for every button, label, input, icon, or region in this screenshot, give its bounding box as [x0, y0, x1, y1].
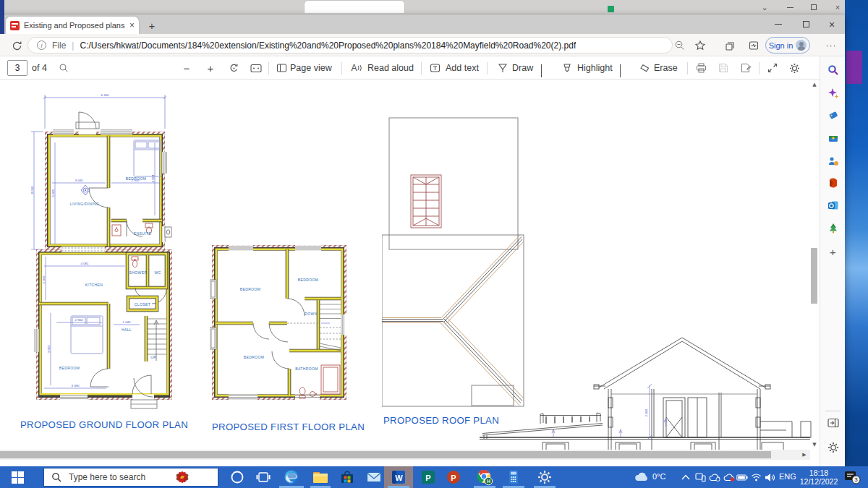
scroll-right-icon[interactable]: ▶	[799, 450, 810, 460]
sidebar-add-icon[interactable]: +	[827, 246, 839, 258]
horizontal-scrollbar-thumb[interactable]	[0, 451, 771, 458]
favorites-icon[interactable]	[692, 38, 709, 53]
taskbar-edge-icon[interactable]	[277, 466, 306, 488]
cortana-icon[interactable]	[223, 466, 252, 488]
pdf-settings-gear-icon[interactable]	[787, 61, 801, 74]
page-view-label[interactable]: Page view	[290, 63, 332, 73]
highlight-label[interactable]: Highlight	[577, 63, 613, 73]
taskbar-search-input[interactable]	[67, 471, 169, 483]
taskbar-explorer-icon[interactable]	[306, 466, 335, 488]
svg-text:2 944: 2 944	[75, 318, 84, 322]
read-aloud-label[interactable]: Read aloud	[367, 63, 414, 73]
scroll-up-icon[interactable]: ▲	[809, 80, 820, 90]
sign-in-button[interactable]: Sign in	[765, 37, 810, 53]
highlight-chevron-icon[interactable]	[620, 64, 621, 77]
refresh-icon[interactable]	[9, 38, 25, 53]
window-maximize-button[interactable]	[794, 16, 817, 33]
page-view-icon[interactable]	[274, 61, 289, 74]
sidebar-divider	[825, 411, 841, 411]
settings-more-icon[interactable]: ···	[823, 38, 839, 53]
page-number-input[interactable]: 3	[7, 60, 27, 76]
vertical-scrollbar-thumb[interactable]	[811, 248, 817, 304]
tray-language-label[interactable]: ENG	[779, 472, 796, 481]
search-icon[interactable]	[56, 61, 71, 74]
sign-in-label: Sign in	[769, 41, 793, 50]
discover-sparkle-icon[interactable]	[827, 87, 839, 99]
open-sidebar-icon[interactable]	[827, 416, 839, 429]
browser-essentials-icon[interactable]	[745, 38, 762, 53]
microsoft-365-icon[interactable]	[827, 176, 839, 189]
taskbar-chrome-icon[interactable]: H	[470, 466, 499, 488]
erase-icon[interactable]	[637, 61, 652, 74]
background-minimize-icon[interactable]	[781, 1, 799, 14]
window-minimize-button[interactable]	[767, 16, 790, 33]
scroll-down-icon[interactable]: ▼	[809, 440, 820, 450]
taskbar-calculator-icon[interactable]	[499, 466, 528, 488]
taskbar-store-icon[interactable]	[333, 466, 362, 488]
horizontal-scrollbar[interactable]	[0, 450, 799, 460]
svg-text:5 865: 5 865	[51, 189, 55, 197]
background-close-icon[interactable]: ×	[829, 1, 846, 14]
sidebar-settings-gear-icon[interactable]	[827, 441, 839, 453]
tray-phone-link-icon[interactable]	[694, 471, 706, 483]
tray-battery-icon[interactable]	[736, 472, 748, 482]
weather-cloud-icon[interactable]	[634, 471, 651, 484]
zoom-out-icon[interactable]: −	[179, 61, 194, 74]
tray-wifi-icon[interactable]	[750, 471, 762, 483]
fit-to-width-icon[interactable]	[249, 61, 263, 74]
draw-chevron-icon[interactable]	[541, 64, 542, 77]
taskbar-publisher-icon[interactable]: P	[414, 466, 443, 488]
tab-close-icon[interactable]: ×	[129, 20, 135, 30]
tray-chevron-icon[interactable]	[680, 472, 692, 482]
rotate-icon[interactable]	[226, 61, 241, 74]
games-icon[interactable]	[827, 155, 839, 167]
tab-pdf-document[interactable]: Existing and Proposed plans 184 ×	[6, 17, 139, 34]
address-bar[interactable]: i File | C:/Users/hkwat/Documents/184%20…	[27, 37, 673, 53]
toolbar-separator	[341, 62, 342, 74]
tray-volume-icon[interactable]	[764, 471, 776, 483]
address-url[interactable]: C:/Users/hkwat/Documents/184%20extension…	[80, 40, 576, 51]
svg-text:LIVING/DINING: LIVING/DINING	[70, 202, 99, 206]
tray-onedrive-error-icon[interactable]	[723, 471, 735, 483]
draw-icon[interactable]	[495, 61, 510, 74]
start-button[interactable]	[3, 466, 32, 488]
new-tab-button[interactable]: +	[145, 18, 159, 33]
fullscreen-icon[interactable]	[765, 61, 780, 74]
bing-search-icon[interactable]	[827, 64, 839, 76]
info-icon[interactable]: i	[37, 40, 46, 50]
background-chevron-icon[interactable]: ⌄	[756, 1, 773, 14]
shopping-icon[interactable]	[827, 108, 839, 121]
window-close-button[interactable]: ×	[820, 16, 843, 33]
background-maximize-icon[interactable]	[805, 1, 822, 14]
tray-onedrive-icon[interactable]	[708, 471, 720, 483]
taskbar-word-button[interactable]: W	[384, 466, 413, 488]
tree-icon[interactable]	[827, 222, 839, 234]
read-aloud-icon[interactable]: A	[349, 61, 365, 74]
taskbar-powerpoint-icon[interactable]: P	[439, 466, 468, 488]
svg-text:SHOWER: SHOWER	[129, 270, 148, 275]
erase-label[interactable]: Erase	[654, 63, 678, 73]
add-text-icon[interactable]	[427, 61, 442, 74]
task-view-icon[interactable]	[249, 466, 278, 488]
highlight-icon[interactable]	[560, 61, 574, 74]
ground-floor-plan-drawing: 6 300 8 000 3 040 2 500 5 865 4 984 4 08…	[18, 83, 184, 416]
save-as-icon[interactable]	[739, 61, 753, 74]
svg-text:2 950: 2 950	[42, 275, 46, 284]
taskbar-search-box[interactable]	[43, 468, 218, 487]
tools-icon[interactable]	[827, 132, 839, 144]
taskbar-settings-icon[interactable]	[530, 466, 559, 488]
weather-temperature[interactable]: 0°C	[652, 472, 665, 481]
zoom-icon[interactable]	[671, 38, 689, 53]
collections-icon[interactable]	[721, 38, 739, 53]
outlook-icon[interactable]	[827, 199, 839, 211]
tab-title: Existing and Proposed plans 184	[24, 21, 125, 30]
background-window-titlebar[interactable]: ⌄ ×	[0, 0, 845, 14]
print-icon[interactable]	[694, 61, 708, 74]
zoom-in-icon[interactable]: +	[203, 61, 218, 74]
tray-clock[interactable]: 18:18 12/12/2022	[797, 468, 841, 486]
add-text-label[interactable]: Add text	[446, 63, 479, 73]
notification-center-icon[interactable]: 3	[844, 470, 861, 484]
save-icon	[716, 61, 731, 74]
background-window-tab[interactable]	[304, 0, 405, 13]
draw-label[interactable]: Draw	[512, 63, 533, 73]
